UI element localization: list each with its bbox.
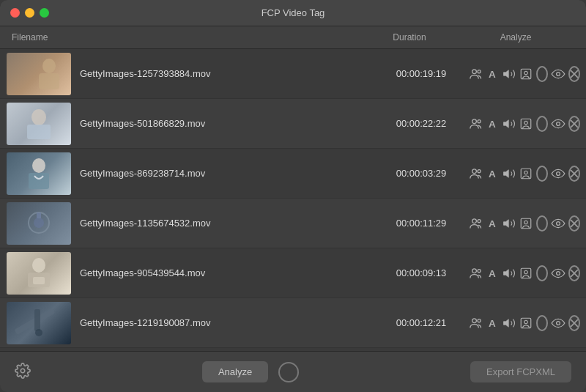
close-button[interactable] bbox=[10, 8, 20, 18]
bottom-center-controls: Analyze bbox=[202, 361, 299, 382]
table-row: GettyImages-501866829.mov 00:00:22:22 A bbox=[0, 99, 586, 149]
settings-icon[interactable] bbox=[15, 363, 31, 382]
people-icon-4[interactable] bbox=[469, 215, 483, 232]
face-icon-4[interactable] bbox=[519, 215, 533, 232]
thumbnail-3 bbox=[7, 152, 71, 195]
eye-icon-4[interactable] bbox=[551, 215, 565, 232]
remove-icon-4[interactable] bbox=[568, 215, 580, 232]
svg-point-62 bbox=[478, 319, 481, 322]
status-circle-2[interactable] bbox=[536, 116, 548, 132]
filename-cell-2: GettyImages-501866829.mov bbox=[77, 118, 374, 129]
audio-icon-1[interactable] bbox=[502, 66, 516, 82]
svg-rect-2 bbox=[39, 73, 59, 89]
table-row: GettyImages-1219190087.mov 00:00:12:21 A bbox=[0, 298, 586, 348]
thumbnail-2 bbox=[7, 103, 71, 145]
status-circle-4[interactable] bbox=[536, 215, 548, 232]
svg-point-3 bbox=[472, 69, 477, 73]
svg-point-43 bbox=[557, 221, 560, 225]
analyze-button[interactable]: Analyze bbox=[202, 361, 268, 382]
status-circle-1[interactable] bbox=[536, 66, 548, 82]
svg-marker-6 bbox=[504, 70, 509, 78]
spacer-column-header bbox=[89, 32, 362, 42]
maximize-button[interactable] bbox=[40, 8, 49, 18]
table-row: GettyImages-1257393884.mov 00:00:19:19 A bbox=[0, 49, 586, 99]
table-row: GettyImages-1135674532.mov 00:00:11:29 A bbox=[0, 199, 586, 248]
filename-cell-6: GettyImages-1219190087.mov bbox=[77, 317, 374, 328]
audio-icon-3[interactable] bbox=[502, 166, 516, 182]
thumbnail-5 bbox=[7, 252, 71, 295]
filename-column-header: Filename bbox=[12, 32, 89, 42]
thumbnail-cell-3 bbox=[0, 149, 77, 198]
remove-icon-3[interactable] bbox=[568, 166, 580, 182]
table-header: Filename Duration Analyze bbox=[0, 26, 586, 49]
thumbnail-cell-4 bbox=[0, 199, 77, 248]
table-row: GettyImages-905439544.mov 00:00:09:13 A bbox=[0, 248, 586, 298]
eye-icon-1[interactable] bbox=[551, 66, 565, 82]
face-icon-6[interactable] bbox=[519, 315, 533, 331]
svg-point-67 bbox=[557, 321, 560, 325]
people-icon-3[interactable] bbox=[469, 166, 483, 182]
text-icon-6[interactable]: A bbox=[486, 315, 500, 331]
svg-point-66 bbox=[524, 320, 528, 324]
eye-icon-2[interactable] bbox=[551, 116, 565, 132]
thumbnail-1 bbox=[7, 53, 71, 95]
svg-point-61 bbox=[472, 318, 477, 322]
svg-text:A: A bbox=[489, 169, 496, 180]
thumbnail-6 bbox=[7, 302, 71, 344]
svg-point-38 bbox=[478, 219, 481, 222]
svg-rect-36 bbox=[37, 212, 41, 218]
text-icon-4[interactable]: A bbox=[486, 215, 500, 232]
svg-point-20 bbox=[557, 122, 560, 125]
eye-icon-3[interactable] bbox=[551, 166, 565, 182]
remove-icon-1[interactable] bbox=[568, 66, 580, 82]
eye-icon-6[interactable] bbox=[551, 315, 565, 331]
svg-rect-13 bbox=[27, 125, 51, 139]
svg-point-37 bbox=[472, 218, 477, 223]
duration-cell-4: 00:00:11:29 bbox=[374, 218, 469, 229]
svg-point-42 bbox=[524, 221, 528, 224]
thumbnail-cell-6 bbox=[0, 299, 77, 347]
remove-icon-5[interactable] bbox=[568, 265, 580, 281]
people-icon-2[interactable] bbox=[469, 116, 483, 132]
svg-text:A: A bbox=[489, 268, 496, 279]
eye-icon-5[interactable] bbox=[551, 265, 565, 281]
status-circle-3[interactable] bbox=[536, 166, 548, 182]
thumbnail-cell-5 bbox=[0, 249, 77, 297]
svg-point-50 bbox=[478, 269, 481, 272]
audio-icon-4[interactable] bbox=[502, 215, 516, 232]
face-icon-1[interactable] bbox=[519, 66, 533, 82]
face-icon-5[interactable] bbox=[519, 265, 533, 281]
svg-point-25 bbox=[472, 169, 477, 173]
audio-icon-2[interactable] bbox=[502, 116, 516, 132]
face-icon-3[interactable] bbox=[519, 166, 533, 182]
svg-text:A: A bbox=[489, 218, 496, 229]
status-circle-5[interactable] bbox=[536, 265, 548, 281]
text-icon-5[interactable]: A bbox=[486, 265, 500, 281]
main-content: Filename Duration Analyze GettyImages-12… bbox=[0, 26, 586, 392]
svg-marker-64 bbox=[504, 319, 509, 327]
people-icon-6[interactable] bbox=[469, 315, 483, 331]
remove-icon-6[interactable] bbox=[568, 315, 580, 331]
duration-column-header: Duration bbox=[362, 32, 457, 42]
export-button[interactable]: Export FCPXML bbox=[470, 361, 571, 382]
audio-icon-5[interactable] bbox=[502, 265, 516, 281]
people-icon-5[interactable] bbox=[469, 265, 483, 281]
progress-circle bbox=[278, 362, 299, 382]
duration-cell-5: 00:00:09:13 bbox=[374, 267, 469, 278]
svg-point-46 bbox=[32, 258, 45, 273]
text-icon-1[interactable]: A bbox=[486, 66, 500, 82]
svg-point-15 bbox=[478, 119, 481, 122]
status-circle-6[interactable] bbox=[536, 315, 548, 331]
face-icon-2[interactable] bbox=[519, 116, 533, 132]
duration-cell-6: 00:00:12:21 bbox=[374, 317, 469, 328]
text-icon-3[interactable]: A bbox=[486, 166, 500, 182]
remove-icon-2[interactable] bbox=[568, 116, 580, 132]
window-controls bbox=[10, 8, 49, 18]
analyze-cell-5: A bbox=[469, 265, 586, 281]
audio-icon-6[interactable] bbox=[502, 315, 516, 331]
svg-text:A: A bbox=[489, 119, 496, 130]
text-icon-2[interactable]: A bbox=[486, 116, 500, 132]
people-icon-1[interactable] bbox=[469, 66, 483, 82]
svg-point-31 bbox=[557, 171, 560, 175]
minimize-button[interactable] bbox=[25, 8, 34, 18]
